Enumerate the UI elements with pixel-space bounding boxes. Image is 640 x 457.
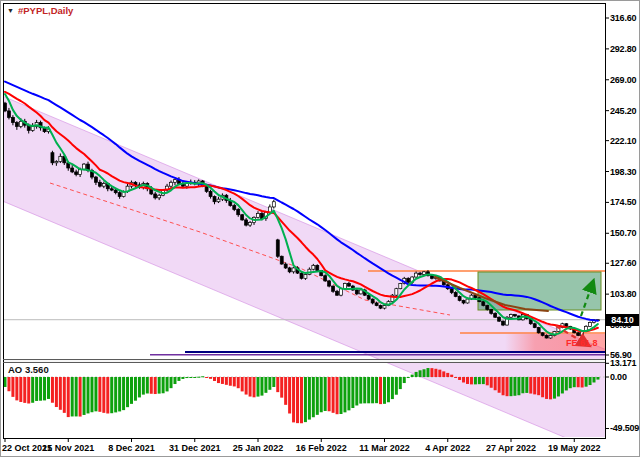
- ao-bar: [434, 369, 437, 377]
- candle-body: [490, 309, 493, 313]
- candle-body: [94, 177, 97, 182]
- candle-body: [545, 335, 548, 338]
- ao-bar: [260, 377, 263, 396]
- candle-body: [102, 184, 105, 187]
- ao-bar: [458, 377, 461, 380]
- chart-window: ▼ #PYPL,Daily AO 3.560 FE 61.8 84.10 316…: [0, 0, 640, 457]
- ao-bar: [55, 377, 58, 407]
- ao-bar: [312, 377, 315, 417]
- ao-bar: [213, 377, 216, 381]
- candle-body: [324, 276, 327, 281]
- candle-body: [454, 293, 457, 297]
- candle-body: [118, 193, 121, 197]
- ao-bar: [442, 371, 445, 377]
- ao-axis-label: 13.171: [610, 358, 640, 368]
- ao-bar: [284, 377, 287, 405]
- candle-body: [375, 303, 378, 306]
- ao-bar: [363, 377, 366, 403]
- candle-body: [154, 194, 157, 198]
- ao-bar: [122, 377, 125, 410]
- candle-body: [245, 220, 248, 225]
- candle-body: [395, 289, 398, 295]
- ao-bar: [150, 377, 153, 394]
- ao-bar: [249, 377, 252, 397]
- ao-bar: [300, 377, 303, 423]
- candle-body: [423, 272, 426, 275]
- ao-bar: [498, 377, 501, 393]
- candle-body: [407, 278, 410, 282]
- ao-bar: [142, 377, 145, 395]
- ao-bar: [280, 377, 283, 398]
- ao-bar: [27, 377, 30, 403]
- ao-bar: [71, 377, 74, 416]
- ao-bar: [589, 377, 592, 385]
- indicator-label: AO 3.560: [8, 364, 49, 375]
- candle-body: [482, 302, 485, 306]
- candle-body: [462, 300, 465, 303]
- ao-bar: [83, 377, 86, 415]
- ao-bar: [486, 377, 489, 385]
- candle-body: [173, 180, 176, 183]
- candle-body: [494, 313, 497, 317]
- ao-bar: [237, 377, 240, 388]
- ao-bar: [23, 377, 26, 403]
- candle-body: [11, 117, 14, 122]
- ao-bar: [304, 377, 307, 422]
- ao-bar: [272, 377, 275, 387]
- candle-body: [19, 121, 22, 126]
- ao-bar: [166, 377, 169, 391]
- candle-body: [541, 333, 544, 336]
- current-price-tag: 84.10: [606, 314, 639, 326]
- ao-bar: [15, 377, 18, 400]
- ao-bar: [375, 377, 378, 403]
- ao-bar: [87, 377, 90, 413]
- candle-body: [466, 299, 469, 303]
- ao-bar: [264, 377, 267, 393]
- candle-body: [347, 283, 350, 286]
- ao-bar: [466, 377, 469, 384]
- fib-extension-label: FE 61.8: [566, 338, 598, 348]
- ao-bar: [201, 376, 204, 377]
- ao-bar: [340, 377, 343, 414]
- candle-body: [75, 172, 78, 175]
- ao-bar: [63, 377, 66, 413]
- ao-bar: [529, 377, 532, 394]
- ao-bar: [332, 377, 335, 413]
- candle-body: [509, 315, 512, 318]
- price-axis-label: 245.20: [610, 106, 640, 116]
- chart-menu-icon[interactable]: ▼: [7, 6, 14, 16]
- ao-bar: [395, 377, 398, 395]
- candle-body: [312, 265, 315, 269]
- candle-body: [533, 324, 536, 328]
- ao-bar: [478, 377, 481, 384]
- ao-bar: [134, 377, 137, 401]
- ao-bar: [296, 377, 299, 423]
- date-axis-label: 25 Jan 2022: [233, 443, 284, 453]
- date-axis-label: 19 May 2022: [548, 443, 601, 453]
- candle-body: [98, 182, 101, 186]
- ao-bar: [577, 377, 580, 387]
- candle-body: [300, 273, 303, 278]
- ao-bar: [106, 377, 109, 413]
- ao-bar: [411, 375, 414, 377]
- candle-body: [430, 276, 433, 279]
- ao-bar: [387, 377, 390, 402]
- chart-canvas[interactable]: [0, 0, 640, 457]
- ao-bar: [359, 377, 362, 404]
- ao-bar: [233, 377, 236, 386]
- ao-bar: [347, 377, 350, 410]
- ao-bar: [256, 377, 259, 397]
- ao-bar: [7, 377, 10, 391]
- ao-bar: [343, 377, 346, 412]
- ao-bar: [43, 377, 46, 400]
- ao-bar: [383, 377, 386, 404]
- ao-bar: [170, 377, 173, 388]
- chart-symbol-title: #PYPL,Daily: [18, 5, 73, 16]
- ao-bar: [39, 377, 42, 401]
- ao-bar: [557, 377, 560, 396]
- candle-body: [415, 273, 418, 277]
- date-axis-label: 16 Feb 2022: [296, 443, 347, 453]
- ao-bar: [569, 377, 572, 388]
- ao-bar: [482, 377, 485, 384]
- ao-bar: [90, 377, 93, 412]
